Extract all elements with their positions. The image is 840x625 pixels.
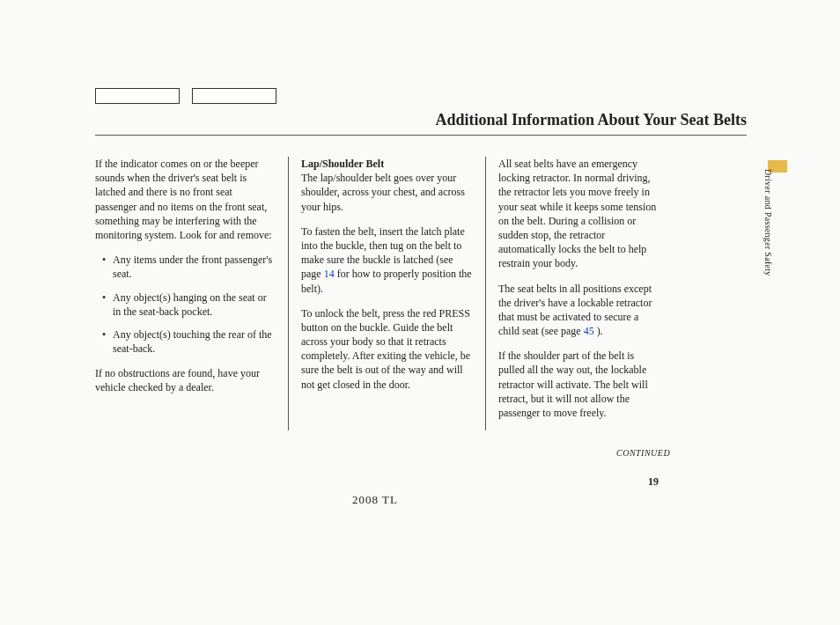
column-2: Lap/Shoulder Belt The lap/shoulder belt … bbox=[289, 157, 486, 430]
col2-subhead: Lap/Shoulder Belt bbox=[301, 158, 384, 170]
col1-p2: If no obstructions are found, have your … bbox=[95, 366, 276, 394]
top-box-2 bbox=[192, 88, 276, 104]
column-1: If the indicator comes on or the beeper … bbox=[95, 157, 289, 430]
continued-label: CONTINUED bbox=[616, 448, 670, 458]
side-section-label: Driver and Passenger Safety bbox=[763, 169, 773, 276]
col3-p1: All seat belts have an emergency locking… bbox=[498, 157, 659, 271]
col1-bullet-1: Any items under the front passenger's se… bbox=[102, 253, 276, 281]
col2-p1: The lap/shoulder belt goes over your sho… bbox=[301, 172, 465, 212]
footer-model: 2008 TL bbox=[352, 493, 398, 507]
title-rule bbox=[95, 135, 747, 136]
col3-p2b: ). bbox=[594, 325, 603, 337]
col1-bullet-2: Any object(s) hanging on the seat or in … bbox=[102, 290, 276, 319]
page-number: 19 bbox=[648, 475, 659, 489]
page-title: Additional Information About Your Seat B… bbox=[95, 111, 747, 129]
col3-p2: The seat belts in all positions except t… bbox=[498, 282, 659, 339]
col2-p2: To fasten the belt, insert the latch pla… bbox=[301, 224, 473, 296]
page-link-45[interactable]: 45 bbox=[584, 325, 594, 337]
col2-p3: To unlock the belt, press the red PRESS … bbox=[301, 306, 473, 392]
col3-p2a: The seat belts in all positions except t… bbox=[498, 283, 652, 338]
column-3: All seat belts have an emergency locking… bbox=[486, 157, 671, 430]
col1-bullet-3: Any object(s) touching the rear of the s… bbox=[102, 327, 276, 356]
columns: If the indicator comes on or the beeper … bbox=[95, 157, 747, 430]
col3-p3: If the shoulder part of the belt is pull… bbox=[498, 349, 659, 420]
page-link-14[interactable]: 14 bbox=[324, 268, 335, 280]
col1-bullets: Any items under the front passenger's se… bbox=[95, 253, 276, 356]
top-box-1 bbox=[95, 88, 180, 104]
top-boxes bbox=[95, 88, 747, 104]
col1-p1: If the indicator comes on or the beeper … bbox=[95, 157, 276, 242]
